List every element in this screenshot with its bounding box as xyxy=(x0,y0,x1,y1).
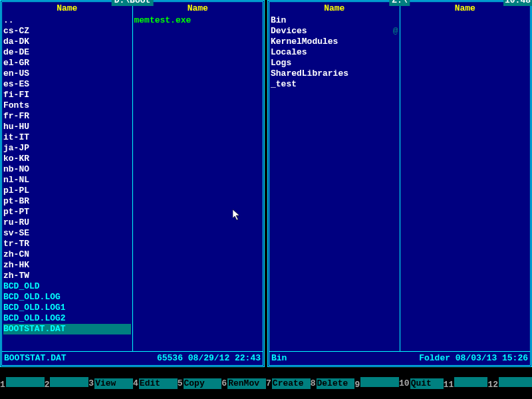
list-item[interactable]: da-DK xyxy=(3,37,131,47)
clock: 10:48 xyxy=(503,0,532,6)
list-item[interactable]: nl-NL xyxy=(3,175,131,186)
list-item[interactable]: en-US xyxy=(3,68,131,79)
list-item[interactable]: it-IT xyxy=(3,132,131,143)
list-item[interactable]: memtest.exe xyxy=(134,15,262,26)
fkey-label xyxy=(6,377,45,387)
fkey-3[interactable]: 3View xyxy=(88,378,133,389)
fkey-label xyxy=(499,377,532,387)
list-item[interactable]: ko-KR xyxy=(3,154,131,164)
fkey-number: 7 xyxy=(266,378,272,389)
fkey-number: 6 xyxy=(221,378,227,389)
list-item[interactable]: tr-TR xyxy=(3,239,131,249)
right-col2-listing[interactable] xyxy=(400,15,531,351)
right-status-name: Bin xyxy=(271,353,287,364)
list-item[interactable]: SharedLibraries xyxy=(271,68,398,79)
fkey-1[interactable]: 1 xyxy=(0,377,45,390)
right-status-meta: Folder 08/03/13 15:26 xyxy=(419,353,528,364)
list-item[interactable]: cs-CZ xyxy=(3,26,131,37)
list-item[interactable]: .. xyxy=(3,15,131,26)
list-item[interactable]: zh-TW xyxy=(3,271,131,281)
fkey-label: Copy xyxy=(184,378,222,389)
fkey-12[interactable]: 12 xyxy=(487,377,532,390)
left-status-name: BOOTSTAT.DAT xyxy=(4,353,66,364)
list-item[interactable]: Bin xyxy=(271,15,398,26)
list-item[interactable]: zh-CN xyxy=(3,249,131,260)
list-item[interactable]: Logs xyxy=(271,58,398,68)
list-item[interactable]: zh-HK xyxy=(3,260,131,271)
list-item[interactable]: es-ES xyxy=(3,79,131,90)
fkey-7[interactable]: 7Create xyxy=(266,378,311,389)
list-item[interactable]: el-GR xyxy=(3,58,131,68)
fkey-label: Create xyxy=(272,378,311,389)
left-status-meta: 65536 08/29/12 22:43 xyxy=(157,353,261,364)
fkey-number: 2 xyxy=(45,380,51,390)
right-panel: Z:\ 10:48 Name BinDevicesKernelModulesLo… xyxy=(267,0,532,367)
fkey-label: View xyxy=(94,378,133,389)
right-panel-title: Z:\ xyxy=(389,0,410,6)
list-item[interactable]: BCD_OLD.LOG xyxy=(3,292,131,303)
list-item[interactable]: Fonts xyxy=(3,100,131,111)
fkey-5[interactable]: 5Copy xyxy=(178,378,222,389)
left-panel: D:\Boot Name ..cs-CZda-DKde-DEel-GRen-US… xyxy=(0,0,265,367)
fkey-number: 10 xyxy=(399,378,410,389)
fkey-4[interactable]: 4Edit xyxy=(133,378,178,389)
list-item[interactable]: BCD_OLD xyxy=(3,281,131,292)
list-item[interactable]: pt-PT xyxy=(3,207,131,217)
fkey-label: RenMov xyxy=(227,378,266,389)
fkey-10[interactable]: 10Quit xyxy=(399,378,444,389)
fkey-6[interactable]: 6RenMov xyxy=(221,378,266,389)
list-item[interactable]: ja-JP xyxy=(3,143,131,154)
fkey-number: 11 xyxy=(444,380,455,390)
fkey-label: Edit xyxy=(139,378,178,389)
list-item[interactable]: Locales xyxy=(271,47,398,58)
left-col1-listing[interactable]: ..cs-CZda-DKde-DEel-GRen-USes-ESfi-FIFon… xyxy=(2,15,132,351)
fkey-9[interactable]: 9 xyxy=(354,377,399,390)
left-col2-listing[interactable]: memtest.exe xyxy=(133,15,263,351)
list-item[interactable]: pl-PL xyxy=(3,186,131,196)
list-item[interactable]: pt-BR xyxy=(3,196,131,207)
list-item[interactable]: ru-RU xyxy=(3,217,131,228)
fkey-11[interactable]: 11 xyxy=(444,377,488,390)
fkey-number: 12 xyxy=(487,380,499,390)
list-item[interactable]: KernelModules xyxy=(271,37,398,47)
fkey-label xyxy=(360,377,399,387)
fkey-number: 9 xyxy=(354,380,360,390)
fkey-number: 4 xyxy=(133,378,139,389)
fkey-number: 8 xyxy=(311,378,317,389)
fkey-label: Delete xyxy=(317,378,355,389)
fkey-2[interactable]: 2 xyxy=(45,377,89,390)
list-item[interactable]: fr-FR xyxy=(3,111,131,122)
right-col1-listing[interactable]: BinDevicesKernelModulesLocalesLogsShared… xyxy=(269,15,400,351)
right-col1-header: Name xyxy=(269,2,400,15)
list-item[interactable]: sv-SE xyxy=(3,228,131,239)
fkey-number: 1 xyxy=(0,380,6,390)
fkey-label: Quit xyxy=(410,378,444,389)
fkey-8[interactable]: 8Delete xyxy=(311,378,355,389)
left-status-bar: BOOTSTAT.DAT 65536 08/29/12 22:43 xyxy=(2,351,263,365)
list-item[interactable]: BCD_OLD.LOG1 xyxy=(3,303,131,313)
fkey-number: 5 xyxy=(178,378,184,389)
fkey-label xyxy=(454,377,487,387)
list-item[interactable]: _test xyxy=(271,79,398,90)
list-item[interactable]: de-DE xyxy=(3,47,131,58)
right-status-bar: Bin Folder 08/03/13 15:26 xyxy=(269,351,530,365)
fkey-label xyxy=(50,377,88,387)
list-item[interactable]: BCD_OLD.LOG2 xyxy=(3,313,131,324)
list-item[interactable]: hu-HU xyxy=(3,122,131,132)
list-item[interactable]: fi-FI xyxy=(3,90,131,100)
left-panel-title: D:\Boot xyxy=(112,0,154,6)
list-item[interactable]: BOOTSTAT.DAT xyxy=(3,324,131,334)
fkey-number: 3 xyxy=(88,378,94,389)
list-item[interactable]: nb-NO xyxy=(3,164,131,175)
function-key-bar: 123View4Edit5Copy6RenMov7Create8Delete91… xyxy=(0,378,532,388)
list-item[interactable]: Devices xyxy=(271,26,398,37)
